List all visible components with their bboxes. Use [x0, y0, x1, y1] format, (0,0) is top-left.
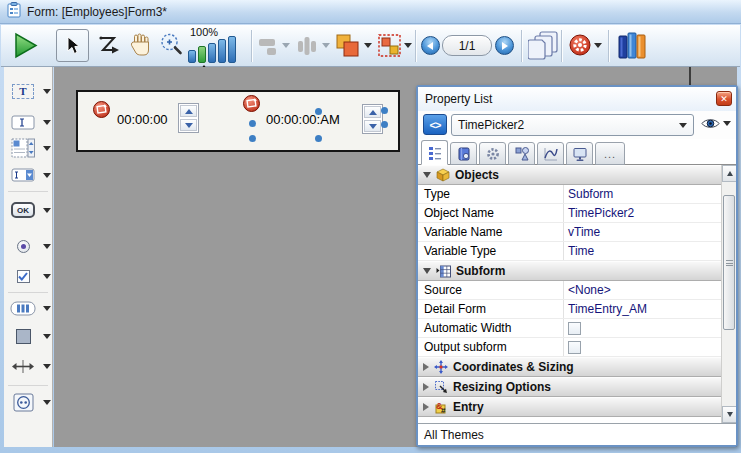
- zoom-level-widget[interactable]: 100%: [187, 26, 249, 66]
- zoom-bar-50[interactable]: [188, 50, 196, 63]
- pointer-tool-button[interactable]: [56, 29, 89, 62]
- input-tool[interactable]: [7, 110, 39, 134]
- collapse-triangle-icon[interactable]: [423, 268, 431, 274]
- stepper-up-button[interactable]: [364, 106, 381, 118]
- splitter-tool-caret[interactable]: [43, 364, 51, 369]
- zoom-bars[interactable]: [188, 36, 236, 63]
- group-dropdown-caret[interactable]: [404, 43, 412, 48]
- group-button[interactable]: [378, 34, 401, 61]
- timepicker1-widget[interactable]: 00:00:00: [117, 112, 168, 127]
- tab-book[interactable]: [450, 142, 477, 165]
- combobox-tool[interactable]: [7, 163, 39, 187]
- selection-handle[interactable]: [249, 120, 256, 127]
- button-tool-caret[interactable]: [43, 208, 51, 213]
- object-nav-button[interactable]: <>: [423, 114, 447, 135]
- themes-filter-bar[interactable]: All Themes: [418, 423, 736, 445]
- scroll-down-button[interactable]: [722, 406, 736, 423]
- form-pages-button[interactable]: [528, 31, 559, 65]
- timepicker2-stepper[interactable]: [362, 104, 383, 134]
- selection-handle[interactable]: [381, 107, 388, 114]
- settings-dropdown-caret[interactable]: [594, 43, 602, 48]
- output-subform-checkbox[interactable]: [568, 341, 581, 354]
- form-canvas[interactable]: 00:00:00 00:00:00:AM: [54, 67, 737, 447]
- property-value[interactable]: TimeEntry_AM: [568, 302, 647, 316]
- next-page-button[interactable]: [495, 36, 514, 55]
- text-tool-caret[interactable]: [43, 89, 51, 94]
- automatic-width-checkbox[interactable]: [568, 322, 581, 335]
- property-row-source[interactable]: Source <None>: [418, 281, 721, 300]
- tab-events[interactable]: [537, 142, 564, 165]
- property-value[interactable]: Subform: [568, 187, 613, 201]
- scrollbar-thumb[interactable]: [723, 195, 735, 330]
- property-value[interactable]: Time: [568, 244, 594, 258]
- tab-properties[interactable]: [421, 140, 448, 165]
- expand-triangle-icon[interactable]: [423, 403, 429, 411]
- timepicker1-stepper[interactable]: [178, 103, 199, 133]
- stepper-down-button[interactable]: [180, 119, 197, 131]
- selection-handle[interactable]: [315, 108, 322, 115]
- pan-tool-button[interactable]: [128, 32, 153, 61]
- zoom-tool-button[interactable]: [159, 32, 184, 61]
- property-value[interactable]: <None>: [568, 283, 611, 297]
- button-grid-tool-caret[interactable]: [43, 306, 51, 311]
- plugin-area-tool[interactable]: [7, 390, 39, 414]
- property-grid-scrollbar[interactable]: [721, 165, 736, 423]
- form-design-area[interactable]: 00:00:00 00:00:00:AM: [76, 90, 400, 152]
- property-value[interactable]: TimePicker2: [568, 206, 634, 220]
- button-grid-tool[interactable]: [7, 296, 39, 320]
- tab-gear[interactable]: [479, 142, 506, 165]
- rectangle-tool-caret[interactable]: [43, 334, 51, 339]
- splitter-tool[interactable]: [7, 354, 39, 378]
- text-tool[interactable]: T: [7, 79, 39, 103]
- property-row-variable-type[interactable]: Variable Type Time: [418, 242, 721, 261]
- property-row-automatic-width[interactable]: Automatic Width: [418, 319, 721, 338]
- view-options-control[interactable]: [701, 117, 731, 130]
- zoom-bar-400[interactable]: [218, 39, 226, 63]
- input-tool-caret[interactable]: [43, 120, 51, 125]
- section-entry[interactable]: &# Entry: [418, 397, 721, 417]
- property-row-object-name[interactable]: Object Name TimePicker2: [418, 204, 721, 223]
- previous-page-button[interactable]: [421, 36, 440, 55]
- radio-tool[interactable]: [7, 234, 39, 258]
- explorer-button[interactable]: [617, 32, 647, 63]
- expand-triangle-icon[interactable]: [423, 363, 429, 371]
- object-selector-dropdown[interactable]: TimePicker2: [451, 114, 694, 136]
- property-list-titlebar[interactable]: Property List ✕: [418, 87, 736, 111]
- rectangle-tool[interactable]: [7, 324, 39, 348]
- tab-overflow[interactable]: ...: [595, 142, 625, 165]
- level-button[interactable]: [335, 33, 360, 62]
- selection-handle[interactable]: [315, 135, 322, 142]
- section-subform[interactable]: Subform: [418, 261, 721, 281]
- listbox-tool-caret[interactable]: [43, 146, 51, 151]
- section-coordinates-sizing[interactable]: Coordinates & Sizing: [418, 357, 721, 377]
- entry-order-tool-button[interactable]: [98, 34, 121, 61]
- property-row-type[interactable]: Type Subform: [418, 185, 721, 204]
- property-row-variable-name[interactable]: Variable Name vTime: [418, 223, 721, 242]
- expand-triangle-icon[interactable]: [423, 383, 429, 391]
- stepper-down-button[interactable]: [364, 120, 381, 132]
- property-value[interactable]: vTime: [568, 225, 600, 239]
- close-button[interactable]: ✕: [716, 91, 732, 106]
- tab-display[interactable]: [566, 142, 593, 165]
- section-objects[interactable]: Objects: [418, 165, 721, 185]
- zoom-bar-100-selected[interactable]: [198, 46, 206, 63]
- zoom-bar-200[interactable]: [208, 43, 216, 63]
- timepicker2-widget[interactable]: 00:00:00:AM: [266, 112, 340, 127]
- tab-shapes[interactable]: [508, 142, 535, 165]
- run-form-button[interactable]: [13, 32, 39, 63]
- stepper-up-button[interactable]: [180, 105, 197, 117]
- collapse-triangle-icon[interactable]: [423, 172, 431, 178]
- property-row-detail-form[interactable]: Detail Form TimeEntry_AM: [418, 300, 721, 319]
- listbox-tool[interactable]: [7, 136, 39, 160]
- selection-handle[interactable]: [249, 135, 256, 142]
- section-resizing-options[interactable]: Resizing Options: [418, 377, 721, 397]
- selection-handle[interactable]: [381, 121, 388, 128]
- checkbox-tool-caret[interactable]: [43, 274, 51, 279]
- property-row-output-subform[interactable]: Output subform: [418, 338, 721, 357]
- settings-button[interactable]: [569, 34, 591, 60]
- combobox-tool-caret[interactable]: [43, 173, 51, 178]
- checkbox-tool[interactable]: [7, 264, 39, 288]
- zoom-bar-800[interactable]: [228, 36, 236, 63]
- level-dropdown-caret[interactable]: [364, 43, 372, 48]
- radio-tool-caret[interactable]: [43, 244, 51, 249]
